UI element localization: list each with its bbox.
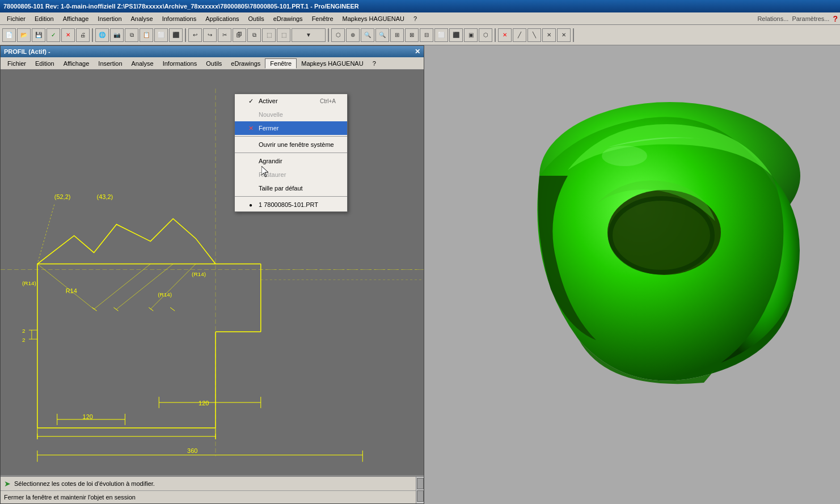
check-btn[interactable]: ✓ [47, 28, 60, 42]
svg-text:(52,2): (52,2) [54, 193, 71, 200]
relations-btn[interactable]: Relations... [757, 15, 788, 22]
scrollbar-v-stub[interactable] [416, 477, 424, 503]
menu-edition[interactable]: Edition [30, 14, 58, 23]
svg-text:360: 360 [187, 447, 197, 454]
svg-line-28 [92, 307, 97, 311]
fermer-label: Fermer [259, 125, 278, 132]
sketch-menu-affichage[interactable]: Affichage [59, 59, 94, 68]
svg-text:2: 2 [22, 328, 26, 334]
menu-informations[interactable]: Informations [158, 14, 201, 23]
tool22[interactable]: ╱ [513, 28, 526, 42]
open-btn[interactable]: 📂 [17, 28, 31, 42]
tool12[interactable]: ⬡ [331, 28, 345, 42]
activer-icon: ✓ [246, 96, 255, 105]
tool18[interactable]: ⬛ [449, 28, 463, 42]
help-icon[interactable]: ? [833, 14, 838, 23]
menu-item-nouvelle: Nouvelle [235, 108, 347, 121]
menu-mapkeys[interactable]: Mapkeys HAGUENAU [338, 14, 409, 23]
undo-btn[interactable]: ↩ [188, 28, 202, 42]
menu-help[interactable]: ? [409, 14, 421, 23]
scrollbar-thumb[interactable] [417, 478, 424, 489]
dropdown-sep-2 [235, 153, 347, 153]
fermer-icon: ✕ [246, 124, 255, 133]
tool15[interactable]: ⊠ [405, 28, 419, 42]
activer-shortcut: Ctrl+A [320, 98, 336, 104]
svg-line-30 [149, 307, 153, 311]
tool20[interactable]: ⬡ [479, 28, 492, 42]
paste-btn[interactable]: 📋 [140, 28, 153, 42]
sketch-menu-mapkeys[interactable]: Mapkeys HAGUENAU [297, 59, 368, 68]
menu-item-fermer[interactable]: ✕ Fermer [235, 121, 347, 135]
sep5 [573, 28, 574, 42]
menu-outils[interactable]: Outils [244, 14, 269, 23]
status-line-1: ➤ Sélectionnez les cotes de loi d'évolut… [1, 477, 424, 491]
new-btn[interactable]: 📄 [2, 28, 16, 42]
menu-affichage[interactable]: Affichage [58, 14, 94, 23]
menu-item-restaurer: Restaurer [235, 168, 347, 181]
tool6[interactable]: ⬛ [169, 28, 183, 42]
menu-edrawings[interactable]: eDrawings [269, 14, 307, 23]
3d-view-panel[interactable] [424, 45, 840, 504]
copy-btn[interactable]: ⧉ [125, 28, 138, 42]
tool10[interactable]: ⬚ [277, 28, 290, 42]
taille-label: Taille par défaut [259, 185, 303, 192]
sketch-menu-insertion[interactable]: Insertion [94, 59, 126, 68]
sep1 [92, 28, 93, 42]
tool21[interactable]: ✕ [498, 28, 512, 42]
menu-item-taille[interactable]: Taille par défaut [235, 181, 347, 195]
tool25[interactable]: ✕ [557, 28, 571, 42]
menu-fenetre[interactable]: Fenêtre [307, 14, 338, 23]
zoom-in-btn[interactable]: 🔍 [361, 28, 374, 42]
print-btn[interactable]: 🖨 [76, 28, 90, 42]
tool7[interactable]: 🗐 [233, 28, 246, 42]
sketch-menu-outils[interactable]: Outils [201, 59, 226, 68]
sketch-menu-analyse[interactable]: Analyse [127, 59, 158, 68]
menu-analyse[interactable]: Analyse [126, 14, 158, 23]
close-btn2[interactable]: ✕ [61, 28, 75, 42]
tool8[interactable]: ⧉ [247, 28, 261, 42]
svg-line-31 [170, 307, 175, 311]
agrandir-label: Agrandir [259, 158, 282, 164]
tool11[interactable]: ▼ [292, 28, 326, 42]
svg-line-29 [113, 307, 118, 311]
menu-item-ouvrir[interactable]: Ouvrir une fenêtre système [235, 138, 347, 151]
sketch-menu-edrawings[interactable]: eDrawings [226, 59, 265, 68]
menu-item-agrandir[interactable]: Agrandir [235, 154, 347, 168]
tool23[interactable]: ╲ [527, 28, 541, 42]
dropdown-sep-3 [235, 196, 347, 197]
tool5[interactable]: ⬜ [154, 28, 168, 42]
sketch-status-bar: ➤ Sélectionnez les cotes de loi d'évolut… [1, 476, 424, 503]
web-btn[interactable]: 🌐 [95, 28, 109, 42]
parametres-btn[interactable]: Paramètres... [792, 15, 829, 22]
fenetre-dropdown: ✓ Activer Ctrl+A Nouvelle ✕ Fermer [234, 94, 348, 212]
menu-item-file1[interactable]: ● 1 78000805-101.PRT [235, 198, 347, 211]
file1-label: 1 78000805-101.PRT [259, 201, 318, 208]
cut-btn[interactable]: ✂ [218, 28, 231, 42]
menu-applications[interactable]: Applications [201, 14, 243, 23]
sketch-menu-fichier[interactable]: Fichier [3, 59, 31, 68]
sketch-menu-edition[interactable]: Edition [31, 59, 59, 68]
sketch-menu-fenetre-active[interactable]: Fenêtre [265, 58, 297, 69]
svg-text:R14: R14 [66, 287, 77, 294]
tool17[interactable]: ⬜ [434, 28, 448, 42]
3d-object-svg [494, 74, 823, 403]
sketch-svg: (52,2) (43,2) (R14) R14 (R14) (R14) 120 … [1, 70, 424, 475]
zoom-out-btn[interactable]: 🔍 [375, 28, 389, 42]
scrollbar-thumb2[interactable] [417, 490, 424, 502]
menu-item-activer[interactable]: ✓ Activer Ctrl+A [235, 94, 347, 108]
camera-btn[interactable]: 📷 [110, 28, 124, 42]
tool9[interactable]: ⬚ [262, 28, 276, 42]
menu-insertion[interactable]: Insertion [93, 14, 126, 23]
sketch-menu-informations[interactable]: Informations [158, 59, 202, 68]
tool16[interactable]: ⊟ [420, 28, 433, 42]
tool24[interactable]: ✕ [542, 28, 556, 42]
tool14[interactable]: ⊞ [390, 28, 404, 42]
menu-fichier[interactable]: Fichier [2, 14, 30, 23]
redo-btn[interactable]: ↪ [203, 28, 217, 42]
sketch-close-btn[interactable]: ✕ [415, 48, 420, 56]
sketch-menu-help[interactable]: ? [368, 59, 381, 68]
tool19[interactable]: ▣ [464, 28, 478, 42]
tool13[interactable]: ⊕ [346, 28, 360, 42]
sketch-canvas[interactable]: (52,2) (43,2) (R14) R14 (R14) (R14) 120 … [1, 70, 424, 475]
save-btn[interactable]: 💾 [32, 28, 45, 42]
